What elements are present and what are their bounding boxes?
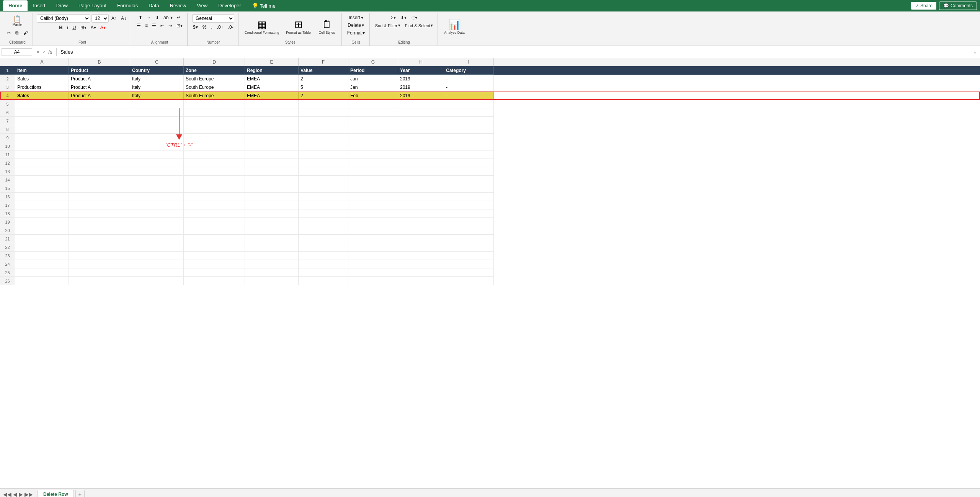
cell-a1[interactable]: Item xyxy=(15,66,69,75)
orientation-button[interactable]: ab°▾ xyxy=(162,14,174,21)
cell-b2[interactable]: Product A xyxy=(69,75,130,83)
col-header-e[interactable]: E xyxy=(245,58,299,66)
cell-c2[interactable]: Italy xyxy=(130,75,184,83)
formula-input[interactable] xyxy=(58,49,970,55)
col-header-i[interactable]: I xyxy=(444,58,494,66)
insert-button[interactable]: Insert ▾ xyxy=(347,14,365,21)
share-button[interactable]: ↗Share xyxy=(911,2,937,10)
name-box[interactable] xyxy=(2,48,32,56)
cell-h2[interactable]: 2019 xyxy=(398,75,444,83)
comma-button[interactable]: , xyxy=(209,24,214,31)
analyse-data-button[interactable]: 📊 Analyse Data xyxy=(442,17,467,36)
cell-c1[interactable]: Country xyxy=(130,66,184,75)
cancel-icon[interactable]: ✕ xyxy=(36,49,40,55)
increase-font-button[interactable]: A↑ xyxy=(110,15,118,22)
tab-page-layout[interactable]: Page Layout xyxy=(73,0,112,11)
cell-i1[interactable]: Category xyxy=(444,66,494,75)
confirm-icon[interactable]: ✓ xyxy=(42,49,46,55)
percent-button[interactable]: % xyxy=(201,24,208,31)
cell-e3[interactable]: EMEA xyxy=(245,83,299,92)
cell-b3[interactable]: Product A xyxy=(69,83,130,92)
cell-i2[interactable]: - xyxy=(444,75,494,83)
format-painter-button[interactable]: 🖌 xyxy=(22,29,29,36)
cell-h4[interactable]: 2019 xyxy=(398,92,444,100)
add-sheet-button[interactable]: + xyxy=(75,490,85,497)
cell-f1[interactable]: Value xyxy=(299,66,348,75)
font-size-select[interactable]: 12 xyxy=(91,14,109,23)
tab-review[interactable]: Review xyxy=(165,0,192,11)
align-bottom-button[interactable]: ⬇ xyxy=(154,14,161,21)
tab-view[interactable]: View xyxy=(191,0,213,11)
cell-styles-button[interactable]: 🗒 Cell Styles xyxy=(315,17,338,36)
cell-e4[interactable]: EMEA xyxy=(245,92,299,100)
cell-g3[interactable]: Jan xyxy=(348,83,398,92)
tell-me-button[interactable]: 💡 Tell me xyxy=(247,0,281,11)
cell-a2[interactable]: Sales xyxy=(15,75,69,83)
cell-a4[interactable]: Sales xyxy=(15,92,69,100)
copy-button[interactable]: ⧉ xyxy=(14,29,20,36)
col-header-g[interactable]: G xyxy=(348,58,398,66)
cell-e2[interactable]: EMEA xyxy=(245,75,299,83)
cell-i4[interactable]: - xyxy=(444,92,494,100)
font-name-select[interactable]: Calibri (Body) xyxy=(37,14,90,23)
tab-draw[interactable]: Draw xyxy=(51,0,73,11)
col-header-b[interactable]: B xyxy=(69,58,130,66)
clear-button[interactable]: ◌▾ xyxy=(410,14,419,21)
cell-e1[interactable]: Region xyxy=(245,66,299,75)
cell-d3[interactable]: South Europe xyxy=(184,83,245,92)
tab-insert[interactable]: Insert xyxy=(28,0,51,11)
find-select-button[interactable]: Find & Select▾ xyxy=(403,22,434,29)
font-color-button[interactable]: A▾ xyxy=(99,24,107,31)
fill-button[interactable]: ⬇▾ xyxy=(399,14,408,21)
col-header-c[interactable]: C xyxy=(130,58,184,66)
cell-h3[interactable]: 2019 xyxy=(398,83,444,92)
cell-c4[interactable]: Italy xyxy=(130,92,184,100)
cell-d2[interactable]: South Europe xyxy=(184,75,245,83)
fill-color-button[interactable]: A▾ xyxy=(89,24,98,31)
cell-g2[interactable]: Jan xyxy=(348,75,398,83)
align-middle-button[interactable]: ↔ xyxy=(145,14,153,21)
nav-last-sheet[interactable]: ▶▶ xyxy=(24,491,33,497)
format-as-table-button[interactable]: ⊞ Format as Table xyxy=(284,17,313,36)
conditional-formatting-button[interactable]: ▦ Conditional Formatting xyxy=(242,17,282,36)
col-header-d[interactable]: D xyxy=(184,58,245,66)
wrap-text-button[interactable]: ↵ xyxy=(175,14,182,21)
decrease-indent-button[interactable]: ⇤ xyxy=(159,22,166,29)
align-center-button[interactable]: ≡ xyxy=(144,22,149,29)
decrease-decimal-button[interactable]: .0- xyxy=(227,24,235,31)
format-button[interactable]: Format ▾ xyxy=(346,29,366,36)
italic-button[interactable]: I xyxy=(65,24,70,31)
col-header-f[interactable]: F xyxy=(299,58,348,66)
autosum-button[interactable]: Σ▾ xyxy=(389,14,397,21)
underline-button[interactable]: U xyxy=(71,24,77,31)
col-header-a[interactable]: A xyxy=(15,58,69,66)
paste-button[interactable]: 📋 Paste xyxy=(11,14,24,28)
bold-button[interactable]: B xyxy=(57,24,64,31)
cell-g4[interactable]: Feb xyxy=(348,92,398,100)
formula-expand-icon[interactable]: ⌄ xyxy=(970,49,980,55)
cell-b4[interactable]: Product A xyxy=(69,92,130,100)
cut-button[interactable]: ✂ xyxy=(5,29,12,36)
borders-button[interactable]: ⊞▾ xyxy=(79,24,88,31)
tab-developer[interactable]: Developer xyxy=(213,0,246,11)
sheet-tab-delete-row[interactable]: Delete Row xyxy=(38,490,74,497)
sort-filter-button[interactable]: Sort & Filter▾ xyxy=(374,22,402,29)
increase-indent-button[interactable]: ⇥ xyxy=(167,22,174,29)
comments-button[interactable]: 💬Comments xyxy=(939,2,977,10)
tab-home[interactable]: Home xyxy=(3,0,28,11)
cell-d1[interactable]: Zone xyxy=(184,66,245,75)
nav-prev-sheet[interactable]: ◀ xyxy=(13,491,17,497)
cell-i3[interactable]: - xyxy=(444,83,494,92)
decrease-font-button[interactable]: A↓ xyxy=(119,15,128,22)
insert-function-icon[interactable]: fx xyxy=(48,49,52,55)
cell-a3[interactable]: Productions xyxy=(15,83,69,92)
nav-next-sheet[interactable]: ▶ xyxy=(19,491,23,497)
cell-c3[interactable]: Italy xyxy=(130,83,184,92)
delete-button[interactable]: Delete ▾ xyxy=(346,22,366,29)
number-format-select[interactable]: General xyxy=(192,14,234,23)
col-header-h[interactable]: H xyxy=(398,58,444,66)
cell-f3[interactable]: 5 xyxy=(299,83,348,92)
align-left-button[interactable]: ☰ xyxy=(135,22,142,29)
increase-decimal-button[interactable]: .0+ xyxy=(216,24,225,31)
cell-h1[interactable]: Year xyxy=(398,66,444,75)
